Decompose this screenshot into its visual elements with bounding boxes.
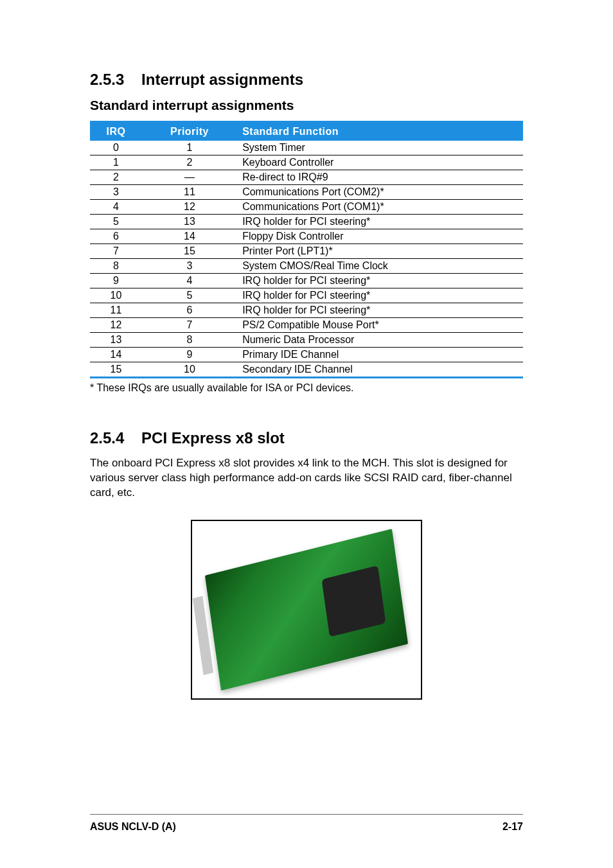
table-row: 2—Re-direct to IRQ#9 [90, 170, 523, 185]
cell-irq: 14 [90, 348, 142, 362]
section-number: 2.5.3 [90, 71, 124, 88]
cell-function: Keyboard Controller [237, 155, 523, 170]
cell-priority: 5 [142, 288, 237, 303]
cell-function: Printer Port (LPT1)* [237, 244, 523, 259]
cell-function: Communications Port (COM2)* [237, 185, 523, 200]
cell-priority: 11 [142, 185, 237, 200]
pcie-card-shape [205, 529, 408, 691]
cell-function: Communications Port (COM1)* [237, 200, 523, 215]
cell-priority: 9 [142, 348, 237, 362]
th-priority: Priority [142, 123, 237, 141]
footer-right: 2-17 [502, 821, 523, 833]
irq-table-wrap: IRQ Priority Standard Function 01System … [90, 121, 523, 378]
cell-function: IRQ holder for PCI steering* [237, 274, 523, 288]
th-irq: IRQ [90, 123, 142, 141]
cell-priority: 3 [142, 259, 237, 274]
cell-priority: 13 [142, 215, 237, 229]
cell-function: Numeric Data Processor [237, 333, 523, 348]
cell-function: System CMOS/Real Time Clock [237, 259, 523, 274]
table-row: 12Keyboard Controller [90, 155, 523, 170]
table-row: 715Printer Port (LPT1)* [90, 244, 523, 259]
cell-function: Re-direct to IRQ#9 [237, 170, 523, 185]
cell-irq: 9 [90, 274, 142, 288]
table-row: 149Primary IDE Channel [90, 348, 523, 362]
cell-irq: 15 [90, 362, 142, 377]
cell-priority: 2 [142, 155, 237, 170]
table-row: 94IRQ holder for PCI steering* [90, 274, 523, 288]
irq-table: IRQ Priority Standard Function 01System … [90, 123, 523, 376]
section-heading-pcie: 2.5.4 PCI Express x8 slot [90, 429, 523, 447]
table-footnote: * These IRQs are usually available for I… [90, 382, 523, 394]
pcie-body-text: The onboard PCI Express x8 slot provides… [90, 456, 523, 500]
section-title: Interrupt assignments [141, 71, 303, 88]
cell-irq: 1 [90, 155, 142, 170]
table-row: 127PS/2 Compatible Mouse Port* [90, 318, 523, 333]
cell-irq: 11 [90, 303, 142, 318]
cell-function: System Timer [237, 141, 523, 155]
cell-function: Floppy Disk Controller [237, 229, 523, 244]
cell-function: Secondary IDE Channel [237, 362, 523, 377]
cell-priority: — [142, 170, 237, 185]
table-row: 116IRQ holder for PCI steering* [90, 303, 523, 318]
table-row: 412Communications Port (COM1)* [90, 200, 523, 215]
cell-irq: 5 [90, 215, 142, 229]
cell-irq: 0 [90, 141, 142, 155]
pcie-card-image [191, 520, 422, 700]
footer-left: ASUS NCLV-D (A) [90, 821, 176, 833]
subsection-heading: Standard interrupt assignments [90, 98, 523, 113]
section-number: 2.5.4 [90, 429, 124, 447]
cell-priority: 10 [142, 362, 237, 377]
table-row: 138Numeric Data Processor [90, 333, 523, 348]
cell-irq: 2 [90, 170, 142, 185]
cell-irq: 3 [90, 185, 142, 200]
cell-irq: 12 [90, 318, 142, 333]
cell-priority: 8 [142, 333, 237, 348]
cell-priority: 7 [142, 318, 237, 333]
page-footer: ASUS NCLV-D (A) 2-17 [90, 814, 523, 833]
cell-priority: 1 [142, 141, 237, 155]
cell-function: IRQ holder for PCI steering* [237, 303, 523, 318]
section-heading-interrupt: 2.5.3 Interrupt assignments [90, 71, 523, 89]
th-function: Standard Function [237, 123, 523, 141]
cell-function: PS/2 Compatible Mouse Port* [237, 318, 523, 333]
cell-irq: 7 [90, 244, 142, 259]
cell-irq: 10 [90, 288, 142, 303]
section-title: PCI Express x8 slot [141, 429, 285, 447]
cell-priority: 14 [142, 229, 237, 244]
cell-priority: 6 [142, 303, 237, 318]
cell-irq: 6 [90, 229, 142, 244]
table-row: 83System CMOS/Real Time Clock [90, 259, 523, 274]
cell-priority: 15 [142, 244, 237, 259]
cell-priority: 12 [142, 200, 237, 215]
table-row: 105IRQ holder for PCI steering* [90, 288, 523, 303]
cell-function: IRQ holder for PCI steering* [237, 215, 523, 229]
table-row: 1510Secondary IDE Channel [90, 362, 523, 377]
cell-irq: 8 [90, 259, 142, 274]
table-row: 513IRQ holder for PCI steering* [90, 215, 523, 229]
cell-irq: 13 [90, 333, 142, 348]
table-row: 614Floppy Disk Controller [90, 229, 523, 244]
cell-irq: 4 [90, 200, 142, 215]
cell-function: Primary IDE Channel [237, 348, 523, 362]
cell-function: IRQ holder for PCI steering* [237, 288, 523, 303]
table-row: 01System Timer [90, 141, 523, 155]
table-row: 311Communications Port (COM2)* [90, 185, 523, 200]
cell-priority: 4 [142, 274, 237, 288]
